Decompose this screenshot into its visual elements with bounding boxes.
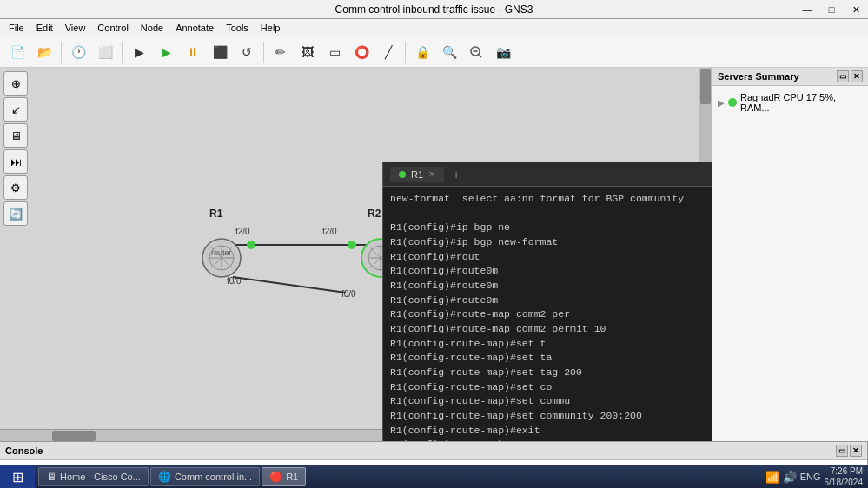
terminal-tab-label: R1 xyxy=(411,169,423,180)
open-button[interactable]: 📂 xyxy=(32,40,56,64)
zoom-out-icon xyxy=(470,46,482,58)
canvas-area: ⊕ ↙ 🖥 ⏭ ⚙ 🔄 R1 R2 f2/0 f2/0 xyxy=(0,68,712,441)
console-title: Console xyxy=(5,445,43,456)
taskbar-item-1[interactable]: 🌐Comm control in... xyxy=(150,467,260,486)
pause-button[interactable]: ⏸ xyxy=(181,40,205,64)
panel-close-button[interactable]: ✕ xyxy=(851,70,863,82)
minimize-button[interactable]: — xyxy=(795,0,819,19)
terminal-add-tab[interactable]: + xyxy=(447,166,465,183)
tray-language: ENG xyxy=(800,472,821,482)
rect-button[interactable]: ▭ xyxy=(322,40,347,64)
close-button[interactable]: ✕ xyxy=(844,0,868,19)
edit-button[interactable]: ✏ xyxy=(268,40,293,64)
server-status-dot xyxy=(728,98,737,107)
line-button[interactable]: ╱ xyxy=(376,40,401,64)
terminal-line: R1(config-route-map)#set commu xyxy=(390,394,712,409)
title-bar-controls: — □ ✕ xyxy=(795,0,868,19)
menu-view[interactable]: View xyxy=(60,21,91,35)
windows-logo-icon: ⊞ xyxy=(12,469,23,485)
r2-label: R2 xyxy=(368,208,381,220)
terminal-line: R1(config)#ip bgp new-format xyxy=(390,235,712,250)
taskbar-item-label-0: Home - Cisco Co... xyxy=(60,472,141,482)
terminal-line: R1(config)#route0m xyxy=(390,293,712,308)
panel-header-controls: ▭ ✕ xyxy=(837,70,863,82)
system-tray: 📶 🔊 ENG 7:26 PM 6/18/2024 xyxy=(760,465,868,488)
server-item: ▶ RaghadR CPU 17.5%, RAM... xyxy=(716,89,865,115)
device-button[interactable]: ⬜ xyxy=(93,40,117,64)
terminal-window: R1 ✕ + — □ ✕ new-format select aa:nn for… xyxy=(382,162,712,441)
forward-button[interactable]: ⏭ xyxy=(3,149,28,174)
refresh-button[interactable]: 🔄 xyxy=(3,201,28,226)
taskbar-item-0[interactable]: 🖥Home - Cisco Co... xyxy=(38,467,149,486)
taskbar-item-2[interactable]: 🔴R1 xyxy=(262,467,306,486)
console-detach-button[interactable]: ▭ xyxy=(836,445,848,457)
run-button[interactable]: ▶ xyxy=(154,40,178,64)
terminal-line: R1(config)#router bgp 100 xyxy=(390,438,712,441)
devices-button[interactable]: 🖥 xyxy=(3,123,28,148)
zoom-in-button[interactable]: 🔍 xyxy=(437,40,461,64)
taskbar-item-icon-2: 🔴 xyxy=(269,471,282,483)
menu-tools[interactable]: Tools xyxy=(221,21,254,35)
server-info: RaghadR CPU 17.5%, RAM... xyxy=(740,92,863,113)
toolbar-separator-1 xyxy=(61,42,62,63)
history-button[interactable]: 🕐 xyxy=(66,40,90,64)
tray-time-display: 7:26 PM xyxy=(825,465,864,477)
terminal-line: R1(config-route-map)#set co xyxy=(390,380,712,395)
terminal-line: R1(config)#ip bgp ne xyxy=(390,221,712,235)
menu-help[interactable]: Help xyxy=(255,21,286,35)
snapshot-button[interactable]: 📷 xyxy=(491,40,515,64)
terminal-body[interactable]: new-format select aa:nn format for BGP c… xyxy=(383,187,712,441)
r1-f20-label: f2/0 xyxy=(235,227,250,236)
terminal-line: R1(config-route-map)#set tag 200 xyxy=(390,366,712,380)
taskbar: ⊞ 🖥Home - Cisco Co...🌐Comm control in...… xyxy=(0,465,868,488)
window-title: Comm control inbound traffic issue - GNS… xyxy=(335,3,533,16)
maximize-button[interactable]: □ xyxy=(819,0,844,19)
panel-detach-button[interactable]: ▭ xyxy=(837,70,849,82)
terminal-tab-close[interactable]: ✕ xyxy=(428,169,435,179)
menu-edit[interactable]: Edit xyxy=(31,21,58,35)
h-scrollbar-thumb xyxy=(52,431,96,441)
console-controls: ▭ ✕ xyxy=(836,445,862,457)
start-button[interactable]: ⊞ xyxy=(0,465,35,488)
console-close-button[interactable]: ✕ xyxy=(850,445,862,457)
image-button[interactable]: 🖼 xyxy=(295,40,320,64)
bottom-link-line xyxy=(233,277,346,293)
reload-button[interactable]: ↺ xyxy=(235,40,259,64)
tray-clock: 7:26 PM 6/18/2024 xyxy=(825,465,864,488)
toolbar: 📄 📂 🕐 ⬜ ▶ ▶ ⏸ ⬛ ↺ ✏ 🖼 ▭ ⭕ ╱ 🔒 🔍 📷 xyxy=(0,36,868,68)
ellipse-button[interactable]: ⭕ xyxy=(349,40,374,64)
settings-button[interactable]: ⚙ xyxy=(3,175,28,200)
terminal-tab-r1[interactable]: R1 ✕ xyxy=(390,167,444,182)
taskbar-items: 🖥Home - Cisco Co...🌐Comm control in...🔴R… xyxy=(35,467,760,486)
terminal-line: R1(config-route-map)#set ta xyxy=(390,351,712,366)
menu-annotate[interactable]: Annotate xyxy=(170,21,219,35)
menu-file[interactable]: File xyxy=(3,21,30,35)
nav-control[interactable]: ⊕ xyxy=(3,71,28,96)
toolbar-separator-3 xyxy=(263,42,264,63)
servers-list: ▶ RaghadR CPU 17.5%, RAM... xyxy=(712,86,868,441)
console-button[interactable]: ▶ xyxy=(127,40,151,64)
r2-f20-dot xyxy=(348,241,356,249)
menu-control[interactable]: Control xyxy=(92,21,133,35)
stop-button[interactable]: ⬛ xyxy=(208,40,232,64)
topology-controls: ⊕ ↙ 🖥 ⏭ ⚙ 🔄 xyxy=(3,71,28,226)
terminal-line: R1(config-route-map)#set t xyxy=(390,337,712,352)
terminal-line: R1(config-route-map)#set community 200:2… xyxy=(390,409,712,424)
lock-button[interactable]: 🔒 xyxy=(410,40,434,64)
title-bar: Comm control inbound traffic issue - GNS… xyxy=(0,0,868,19)
zoom-out-button[interactable] xyxy=(464,40,488,64)
terminal-tab-dot xyxy=(399,171,406,178)
taskbar-item-icon-0: 🖥 xyxy=(46,471,56,483)
back-button[interactable]: ↙ xyxy=(3,97,28,122)
new-button[interactable]: 📄 xyxy=(5,40,30,64)
right-panel: Servers Summary ▭ ✕ ▶ RaghadR CPU 17.5%,… xyxy=(712,68,868,441)
terminal-titlebar: R1 ✕ + — □ ✕ xyxy=(383,162,712,187)
menu-bar: File Edit View Control Node Annotate Too… xyxy=(0,19,868,36)
menu-node[interactable]: Node xyxy=(136,21,169,35)
r2-f00-label: f0/0 xyxy=(341,289,356,299)
terminal-line xyxy=(390,207,712,221)
servers-summary-header: Servers Summary ▭ ✕ xyxy=(712,68,868,86)
taskbar-item-label-1: Comm control in... xyxy=(175,472,252,482)
terminal-line: R1(config)#route-map comm2 per xyxy=(390,307,712,322)
servers-summary-title: Servers Summary xyxy=(718,71,799,82)
